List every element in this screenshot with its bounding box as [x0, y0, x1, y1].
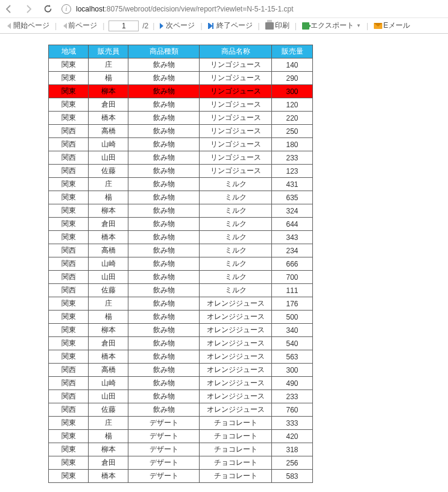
column-header: 商品種類: [128, 45, 200, 58]
table-cell: 飲み物: [128, 297, 200, 311]
table-cell: デザート: [128, 456, 200, 470]
table-cell: 関西: [49, 257, 89, 271]
table-cell: 高橋: [89, 244, 128, 257]
prev-page-button[interactable]: 前ページ: [61, 20, 98, 31]
table-row: 関西高橋飲み物リンゴジュース250: [49, 125, 313, 138]
table-cell: 635: [272, 191, 313, 204]
table-cell: チョコレート: [200, 443, 272, 456]
table-cell: 山田: [89, 390, 128, 403]
table-cell: リンゴジュース: [200, 112, 272, 125]
table-cell: 700: [272, 271, 313, 284]
table-cell: リンゴジュース: [200, 165, 272, 178]
chevron-down-icon: ▼: [356, 23, 361, 28]
email-button[interactable]: Eメール: [373, 20, 411, 31]
first-page-icon: [5, 23, 12, 29]
table-cell: 関東: [49, 72, 89, 85]
table-cell: 234: [272, 244, 313, 257]
print-button[interactable]: 印刷: [264, 20, 291, 31]
table-cell: 540: [272, 337, 313, 350]
export-button[interactable]: エクスポート ▼: [301, 20, 362, 31]
column-header: 販売量: [272, 45, 313, 58]
table-cell: 柳本: [89, 443, 128, 456]
table-cell: 飲み物: [128, 85, 200, 98]
table-cell: デザート: [128, 470, 200, 483]
next-page-button[interactable]: 次ページ: [159, 20, 196, 31]
current-page-input[interactable]: [109, 20, 139, 31]
table-row: 関西高橋飲み物オレンジジュース300: [49, 364, 313, 377]
table-cell: 290: [272, 72, 313, 85]
table-cell: 関西: [49, 403, 89, 417]
first-page-button[interactable]: 開始ページ: [4, 20, 51, 31]
table-row: 関東柳本デザートチョコレート318: [49, 443, 313, 456]
table-cell: 楊: [89, 311, 128, 324]
table-cell: 300: [272, 85, 313, 98]
url-text: localhost:8075/webroot/decision/view/rep…: [76, 5, 294, 13]
table-row: 関東庄飲み物リンゴジュース140: [49, 58, 313, 72]
table-cell: 563: [272, 350, 313, 364]
table-cell: 飲み物: [128, 165, 200, 178]
report-area: 地域販売員商品種類商品名称販売量 関東庄飲み物リンゴジュース140関東楊飲み物リ…: [0, 34, 448, 483]
table-cell: ミルク: [200, 244, 272, 257]
column-header: 地域: [49, 45, 89, 58]
table-cell: 583: [272, 470, 313, 483]
table-cell: チョコレート: [200, 430, 272, 443]
table-row: 関東楊飲み物ミルク635: [49, 191, 313, 204]
table-cell: ミルク: [200, 284, 272, 297]
table-cell: 飲み物: [128, 377, 200, 390]
table-cell: 飲み物: [128, 403, 200, 417]
table-cell: 庄: [89, 178, 128, 191]
table-cell: 飲み物: [128, 271, 200, 284]
table-cell: 233: [272, 390, 313, 403]
table-cell: 倉田: [89, 98, 128, 112]
table-cell: 180: [272, 138, 313, 151]
table-row: 関西山崎飲み物リンゴジュース180: [49, 138, 313, 151]
table-cell: 飲み物: [128, 218, 200, 231]
table-cell: デザート: [128, 417, 200, 430]
back-icon[interactable]: [4, 4, 14, 14]
table-cell: 橋本: [89, 231, 128, 244]
table-cell: 関西: [49, 390, 89, 403]
table-cell: 関東: [49, 191, 89, 204]
table-cell: 飲み物: [128, 311, 200, 324]
address-bar[interactable]: i localhost:8075/webroot/decision/view/r…: [62, 1, 444, 17]
table-cell: 関東: [49, 297, 89, 311]
table-cell: 山崎: [89, 138, 128, 151]
site-info-icon[interactable]: i: [62, 4, 71, 14]
table-cell: 関西: [49, 244, 89, 257]
table-cell: 庄: [89, 58, 128, 72]
column-header: 販売員: [89, 45, 128, 58]
table-cell: 関東: [49, 417, 89, 430]
table-cell: オレンジジュース: [200, 324, 272, 337]
table-cell: 庄: [89, 297, 128, 311]
table-cell: デザート: [128, 443, 200, 456]
table-row: 関東庄飲み物ミルク431: [49, 178, 313, 191]
table-cell: 関東: [49, 350, 89, 364]
table-cell: 関東: [49, 112, 89, 125]
table-cell: 山崎: [89, 377, 128, 390]
table-cell: 140: [272, 58, 313, 72]
table-cell: 関東: [49, 178, 89, 191]
table-row: 関東楊デザートチョコレート420: [49, 430, 313, 443]
table-cell: 飲み物: [128, 178, 200, 191]
refresh-icon[interactable]: [42, 4, 53, 14]
forward-icon[interactable]: [23, 4, 34, 14]
table-cell: 340: [272, 324, 313, 337]
table-cell: チョコレート: [200, 417, 272, 430]
table-cell: ミルク: [200, 218, 272, 231]
table-cell: 佐藤: [89, 284, 128, 297]
table-cell: 666: [272, 257, 313, 271]
separator: |: [153, 22, 154, 30]
table-cell: 飲み物: [128, 151, 200, 165]
separator: |: [103, 22, 104, 30]
table-row: 関西山田飲み物リンゴジュース233: [49, 151, 313, 165]
table-cell: 柳本: [89, 85, 128, 98]
table-cell: 111: [272, 284, 313, 297]
last-page-button[interactable]: 終了ページ: [207, 20, 254, 31]
table-cell: 楊: [89, 430, 128, 443]
table-cell: 233: [272, 151, 313, 165]
table-cell: 倉田: [89, 218, 128, 231]
table-cell: リンゴジュース: [200, 125, 272, 138]
table-cell: 333: [272, 417, 313, 430]
table-cell: 柳本: [89, 204, 128, 218]
table-cell: 飲み物: [128, 231, 200, 244]
